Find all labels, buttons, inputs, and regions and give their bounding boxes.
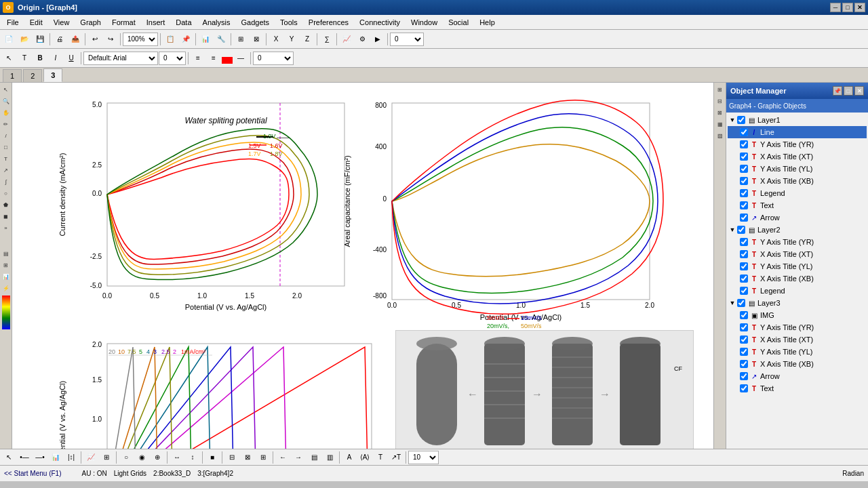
layer3-row[interactable]: ▼ ▤ Layer3 bbox=[728, 297, 867, 309]
fontsize-dropdown[interactable]: 0 bbox=[159, 52, 186, 65]
menu-tools[interactable]: Tools bbox=[275, 15, 303, 29]
layer2-checkbox[interactable] bbox=[737, 226, 745, 234]
menu-format[interactable]: Format bbox=[106, 15, 141, 29]
redo-btn[interactable]: ↪ bbox=[103, 32, 118, 47]
layer1-yl-row[interactable]: T Y Axis Title (YL) bbox=[728, 163, 867, 175]
open-btn[interactable]: 📂 bbox=[17, 32, 32, 47]
layer1-line-row[interactable]: / Line bbox=[728, 126, 867, 138]
layer1-line-checkbox[interactable] bbox=[740, 128, 748, 136]
layer1-xt-checkbox[interactable] bbox=[740, 152, 748, 161]
layer2-xb-row[interactable]: T X Axis Title (XB) bbox=[728, 272, 867, 285]
tab-1[interactable]: 1 bbox=[3, 69, 22, 82]
layer1-expand[interactable]: ▼ bbox=[729, 117, 736, 123]
layer1-legend-row[interactable]: T Legend bbox=[728, 187, 867, 199]
z-btn[interactable]: Z bbox=[300, 32, 315, 47]
tab-2[interactable]: 2 bbox=[23, 69, 42, 82]
maximize-btn[interactable]: □ bbox=[842, 3, 853, 12]
copy-btn[interactable]: 📋 bbox=[163, 32, 178, 47]
format-btn[interactable]: 🔧 bbox=[214, 32, 229, 47]
bt-3[interactable]: —• bbox=[33, 450, 47, 465]
draw-tool[interactable]: ✏ bbox=[1, 119, 12, 129]
layer3-xb-row[interactable]: T X Axis Title (XB) bbox=[728, 358, 867, 370]
bt-2[interactable]: •— bbox=[17, 450, 32, 465]
layer2-legend-checkbox[interactable] bbox=[740, 287, 748, 295]
layer1-yr-checkbox[interactable] bbox=[740, 140, 748, 148]
bt-15[interactable]: ⊠ bbox=[240, 450, 255, 465]
line-tool[interactable]: / bbox=[1, 130, 12, 141]
menu-view[interactable]: View bbox=[48, 15, 75, 29]
data-tool[interactable]: 📊 bbox=[1, 271, 12, 282]
layer1-text-checkbox[interactable] bbox=[740, 201, 748, 209]
color-btn[interactable] bbox=[222, 57, 233, 64]
layer3-text-checkbox[interactable] bbox=[740, 384, 748, 392]
layer3-checkbox[interactable] bbox=[737, 299, 745, 307]
undo-btn[interactable]: ↩ bbox=[87, 32, 102, 47]
right-tool-3[interactable]: ⊠ bbox=[715, 107, 726, 118]
bt-16[interactable]: ⊞ bbox=[256, 450, 271, 465]
axis-tool[interactable]: ⊞ bbox=[1, 260, 12, 270]
zoom-dropdown[interactable]: 100% 75% 125% bbox=[123, 33, 158, 46]
bt-1[interactable]: ↖ bbox=[1, 450, 16, 465]
bt-18[interactable]: → bbox=[291, 450, 306, 465]
underline-btn[interactable]: U bbox=[64, 51, 79, 66]
add-plot-btn[interactable]: 📊 bbox=[198, 32, 213, 47]
font-dropdown[interactable]: Default: Arial bbox=[83, 52, 158, 65]
bt-22[interactable]: ⟨A⟩ bbox=[357, 450, 372, 465]
bt-4[interactable]: 📊 bbox=[48, 450, 63, 465]
layer2-expand[interactable]: ▼ bbox=[729, 226, 736, 233]
save-btn[interactable]: 💾 bbox=[33, 32, 47, 47]
close-btn[interactable]: ✕ bbox=[854, 3, 865, 12]
tab-3[interactable]: 3 bbox=[43, 68, 62, 82]
layer3-yr-row[interactable]: T Y Axis Title (YR) bbox=[728, 321, 867, 333]
bold-btn[interactable]: B bbox=[33, 51, 47, 66]
menu-file[interactable]: File bbox=[1, 15, 24, 29]
layer1-legend-checkbox[interactable] bbox=[740, 189, 748, 197]
zoom-tool[interactable]: 🔍 bbox=[1, 96, 12, 106]
layer1-xb-checkbox[interactable] bbox=[740, 177, 748, 185]
rect-tool[interactable]: □ bbox=[1, 142, 12, 152]
panel-float-btn[interactable]: □ bbox=[844, 86, 853, 96]
layer1-xb-row[interactable]: T X Axis Title (XB) bbox=[728, 175, 867, 187]
bt-13[interactable]: ■ bbox=[205, 450, 220, 465]
layer2-xt-row[interactable]: T X Axis Title (XT) bbox=[728, 248, 867, 260]
ellipse-tool[interactable]: ○ bbox=[1, 188, 12, 199]
menu-analysis[interactable]: Analysis bbox=[197, 15, 236, 29]
bt-5[interactable]: |↕| bbox=[64, 450, 79, 465]
start-menu-text[interactable]: << Start Menu (F1) bbox=[4, 470, 61, 477]
layer1-row[interactable]: ▼ ▤ Layer1 bbox=[728, 114, 867, 126]
bt-12[interactable]: ↕ bbox=[185, 450, 200, 465]
polygon-tool[interactable]: ⬟ bbox=[1, 199, 12, 210]
layer2-legend-row[interactable]: T Legend bbox=[728, 285, 867, 297]
layer3-yr-checkbox[interactable] bbox=[740, 323, 748, 331]
layer2-yr-row[interactable]: T Y Axis Title (YR) bbox=[728, 236, 867, 248]
menu-social[interactable]: Social bbox=[443, 15, 474, 29]
y-btn[interactable]: Y bbox=[284, 32, 299, 47]
layer1-arrow-checkbox[interactable] bbox=[740, 214, 748, 222]
bt-23[interactable]: T bbox=[373, 450, 388, 465]
right-tool-4[interactable]: ▦ bbox=[715, 119, 726, 129]
stats-btn[interactable]: 📈 bbox=[339, 32, 354, 47]
pan-tool[interactable]: ✋ bbox=[1, 107, 12, 118]
line-width-dropdown[interactable]: 0 bbox=[253, 52, 294, 65]
bt-14[interactable]: ⊟ bbox=[224, 450, 239, 465]
rescale-btn[interactable]: ⊞ bbox=[233, 32, 248, 47]
bt-11[interactable]: ↔ bbox=[170, 450, 184, 465]
color-bar-tool[interactable] bbox=[2, 296, 10, 329]
menu-window[interactable]: Window bbox=[406, 15, 443, 29]
layer3-img-row[interactable]: ▣ IMG bbox=[728, 309, 867, 321]
layer1-arrow-row[interactable]: ↗ Arrow bbox=[728, 211, 867, 224]
layer3-xt-row[interactable]: T X Axis Title (XT) bbox=[728, 333, 867, 346]
text-btn[interactable]: T bbox=[17, 51, 32, 66]
layer3-yl-row[interactable]: T Y Axis Title (YL) bbox=[728, 346, 867, 358]
layer3-yl-checkbox[interactable] bbox=[740, 348, 748, 356]
bt-8[interactable]: ○ bbox=[119, 450, 134, 465]
align-center-btn[interactable]: ≡ bbox=[206, 51, 221, 66]
curve-tool[interactable]: ∫ bbox=[1, 176, 12, 187]
pointer-btn[interactable]: ↖ bbox=[1, 51, 16, 66]
arrow-tool[interactable]: ↗ bbox=[1, 165, 12, 176]
layer2-xb-checkbox[interactable] bbox=[740, 274, 748, 283]
font-size-dropdown[interactable]: 0 bbox=[390, 33, 424, 46]
bt-19[interactable]: ▤ bbox=[307, 450, 321, 465]
bt-24[interactable]: ↗T bbox=[389, 450, 403, 465]
layer1-yr-row[interactable]: T Y Axis Title (YR) bbox=[728, 138, 867, 150]
